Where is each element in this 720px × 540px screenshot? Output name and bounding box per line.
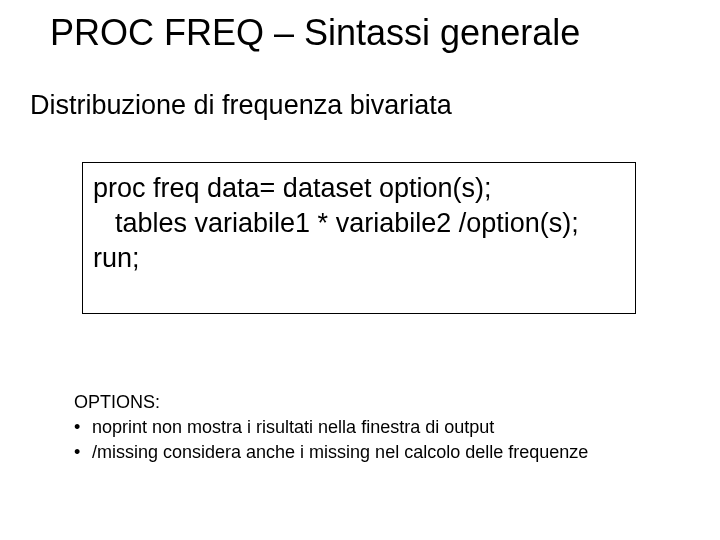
options-heading: OPTIONS: bbox=[74, 390, 588, 415]
options-item-2: /missing considera anche i missing nel c… bbox=[92, 440, 588, 465]
options-item-1: noprint non mostra i risultati nella fin… bbox=[92, 415, 494, 440]
options-row-2: • /missing considera anche i missing nel… bbox=[74, 440, 588, 465]
slide-title: PROC FREQ – Sintassi generale bbox=[50, 12, 580, 54]
options-row-1: • noprint non mostra i risultati nella f… bbox=[74, 415, 588, 440]
code-box: proc freq data= dataset option(s); table… bbox=[82, 162, 636, 314]
code-line-1: proc freq data= dataset option(s); bbox=[93, 171, 625, 206]
bullet-icon: • bbox=[74, 415, 92, 440]
options-block: OPTIONS: • noprint non mostra i risultat… bbox=[74, 390, 588, 466]
slide: PROC FREQ – Sintassi generale Distribuzi… bbox=[0, 0, 720, 540]
slide-subtitle: Distribuzione di frequenza bivariata bbox=[30, 90, 452, 121]
code-line-2: tables variabile1 * variabile2 /option(s… bbox=[93, 206, 625, 241]
bullet-icon: • bbox=[74, 440, 92, 465]
code-line-3: run; bbox=[93, 241, 625, 276]
